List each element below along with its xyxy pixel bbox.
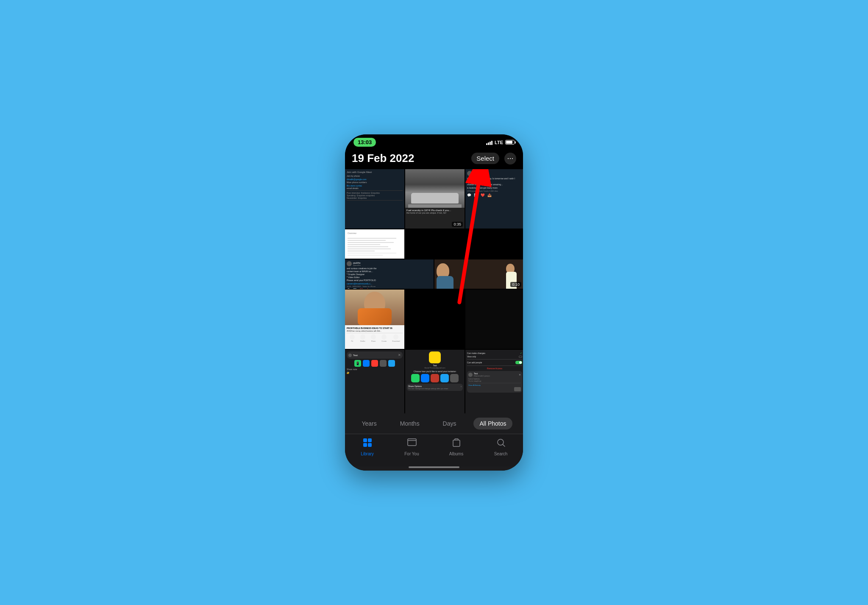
grid-row-2: Overview [345, 229, 523, 289]
status-bar: 13:03 LTE [345, 134, 523, 148]
video-duration-1: 0:35 [452, 222, 463, 227]
header-buttons: Select ··· [471, 153, 516, 164]
phone-frame: 13:03 LTE 19 Feb 2022 Select ··· [345, 134, 523, 471]
signal-icon [486, 140, 492, 145]
select-button[interactable]: Select [471, 153, 499, 164]
search-icon [496, 438, 506, 450]
svg-rect-3 [363, 438, 367, 442]
status-time: 13:03 [353, 138, 376, 147]
photo-cell-11[interactable]: Can make changes ✓ View only Can add peo… [465, 350, 523, 413]
photo-cell-3[interactable]: BrianOFlims @brianfilms It's @username's… [465, 169, 523, 229]
photo-cell-4[interactable]: Overview [345, 229, 404, 259]
grid-row-3: PROFITABLE BUSINESS IDEAS TO START IN 20… [345, 290, 523, 349]
for-you-label: For You [404, 452, 419, 456]
video-duration-2: 0:10 [510, 282, 521, 287]
photos-grid: Join with Google Meet Join by phone dina… [345, 169, 523, 413]
more-button[interactable]: ··· [504, 153, 516, 164]
for-you-icon [407, 438, 417, 450]
tab-for-you[interactable]: For You [399, 438, 425, 456]
svg-rect-4 [368, 438, 372, 442]
date-title: 19 Feb 2022 [352, 152, 414, 165]
svg-rect-7 [408, 439, 416, 446]
years-button[interactable]: Years [356, 418, 382, 429]
tab-search[interactable]: Search [488, 438, 514, 456]
grid-row-4: Test ✕ 📱 [345, 350, 523, 413]
view-switcher: Years Months Days All Photos [345, 413, 523, 434]
search-label: Search [494, 452, 508, 456]
photo-cell-5[interactable]: paulitho @paulitho and curious creatives… [345, 259, 523, 289]
photo-cell-10[interactable]: Test Daniel Thomas@gmail.com Choose how … [405, 350, 465, 413]
photo-cell-1[interactable]: Join with Google Meet Join by phone dina… [345, 169, 404, 229]
tab-albums[interactable]: Albums [444, 438, 469, 456]
all-photos-button[interactable]: All Photos [473, 418, 512, 429]
grid-row-1: Join with Google Meet Join by phone dina… [345, 169, 523, 229]
home-indicator [345, 466, 523, 471]
svg-point-9 [498, 439, 504, 445]
battery-icon [505, 140, 515, 145]
library-label: Library [361, 452, 374, 456]
lte-indicator: LTE [495, 140, 503, 145]
photo-cell-9[interactable]: Test ✕ 📱 [345, 350, 404, 413]
tab-bar: Library For You Albums [345, 434, 523, 466]
photo-cell-2[interactable]: Fuel scarcity in 1974! Pls check if you.… [405, 169, 465, 229]
library-icon [362, 438, 373, 450]
tab-library[interactable]: Library [355, 438, 380, 456]
days-button[interactable]: Days [437, 418, 462, 429]
svg-rect-5 [363, 443, 367, 447]
albums-icon [451, 438, 462, 450]
photo-cell-6[interactable]: PROFITABLE BUSINESS IDEAS TO START IN 20… [345, 290, 404, 349]
home-bar [409, 466, 459, 468]
svg-rect-8 [453, 440, 460, 446]
status-right: LTE [486, 140, 515, 145]
svg-rect-6 [368, 443, 372, 447]
albums-label: Albums [449, 452, 463, 456]
months-button[interactable]: Months [394, 418, 426, 429]
photo-cell-7[interactable] [405, 290, 465, 349]
photo-cell-8[interactable] [465, 290, 523, 349]
photos-header: 19 Feb 2022 Select ··· [345, 148, 523, 169]
